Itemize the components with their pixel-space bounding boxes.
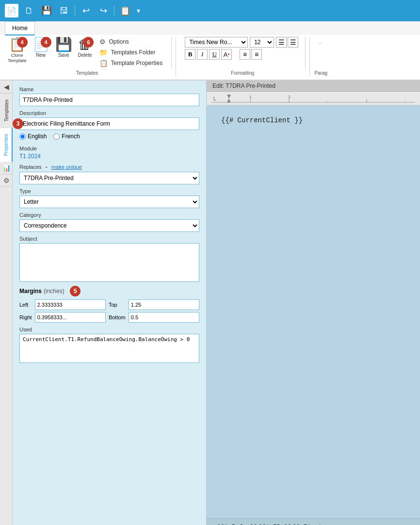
ribbon-divider-1 (176, 38, 176, 77)
clone-label: CloneTemplate (8, 52, 27, 64)
new-label: New (36, 52, 46, 58)
ribbon-tabs: Home (0, 21, 420, 35)
cloud-save-button[interactable]: 📋 (118, 4, 132, 17)
svg-text:1: 1 (249, 95, 252, 99)
save-alt-button[interactable]: 🖫 (57, 4, 71, 17)
new-badge: 4 (41, 37, 51, 48)
right-label: Right (19, 314, 32, 320)
french-radio[interactable] (53, 133, 60, 140)
font-name-select[interactable]: Times New Ro... (185, 37, 248, 48)
replaces-label: Replaces (19, 164, 42, 170)
sidebar-tab-templates[interactable]: Templates (0, 93, 13, 128)
font-color-button[interactable]: A ▾ (221, 49, 232, 60)
delete-label: Delete (78, 52, 92, 58)
ruler: L 1 2 (207, 92, 420, 105)
english-label: English (28, 133, 47, 140)
bullet-list-button[interactable]: ☰ (276, 37, 287, 48)
template-properties-menu-item[interactable]: 📋 Template Properties (97, 58, 164, 68)
svg-marker-2 (227, 95, 231, 98)
options-icon: ⚙ (99, 38, 106, 46)
editor-area: Edit: T7DRA Pre-Printed L 1 2 {{# Cur (207, 81, 420, 525)
underline-button[interactable]: U (209, 49, 220, 60)
titlebar-dropdown-arrow[interactable]: ▾ (137, 7, 140, 15)
subject-field-label: Subject (19, 236, 199, 242)
new-doc-button[interactable]: 🗋 (22, 4, 36, 17)
ribbon-group-paragraph: ... Parag (314, 37, 328, 68)
sidebar-icon-gear[interactable]: ⚙ (0, 174, 13, 187)
type-field-label: Type (19, 188, 199, 194)
save-button[interactable]: 💾 (40, 4, 53, 17)
ordered-list-button[interactable]: ☰ (288, 37, 298, 48)
editor-bottom: {​{# Info }}{​{# ID }}{​{ First Initial … (207, 518, 420, 525)
left-margin-input[interactable] (35, 299, 106, 310)
ribbon-divider-2 (309, 38, 310, 77)
margins-unit: (inches) (44, 288, 65, 295)
make-unique-link[interactable]: make unique (51, 164, 82, 170)
description-field-label: Description (19, 110, 199, 116)
titlebar: 📄 🗋 💾 🖫 ↩ ↪ 📋 ▾ (0, 0, 420, 21)
new-button[interactable]: 4 📄 New (30, 37, 52, 59)
format-row: B I U A ▾ ≡ ≡ (185, 49, 298, 60)
clone-template-button[interactable]: 4 📋 CloneTemplate (5, 37, 30, 65)
name-input[interactable] (19, 94, 199, 106)
module-link[interactable]: T1 2024 (19, 153, 199, 160)
replaces-select[interactable]: T7DRA Pre-Printed (19, 172, 199, 184)
formatting-group-label: Formatting (180, 70, 305, 76)
top-label: Top (109, 302, 126, 308)
bottom-margin-input[interactable] (129, 312, 199, 323)
right-margin-input[interactable] (35, 312, 106, 323)
bold-button[interactable]: B (185, 49, 195, 60)
delete-button[interactable]: 6 🗑 Delete (75, 37, 95, 59)
margins-grid: Left Top Right Bottom (19, 299, 199, 323)
category-field-label: Category (19, 212, 199, 218)
english-radio[interactable] (19, 133, 26, 140)
svg-marker-3 (227, 98, 231, 102)
save-icon: 💾 (55, 38, 72, 51)
language-row: English French (19, 133, 199, 140)
options-label: Options (109, 38, 129, 45)
badge-3: 3 (13, 118, 23, 129)
sidebar-collapse-button[interactable]: ◀ (0, 81, 13, 93)
options-menu-item[interactable]: ⚙ Options (97, 37, 164, 47)
app-icon: 📄 (5, 4, 18, 17)
main-layout: ◀ Templates Properties 📊 ⚙ Name Descript… (0, 81, 420, 525)
bottom-label: Bottom (109, 314, 126, 320)
badge-5: 5 (70, 286, 81, 296)
used-field-label: Used (19, 327, 199, 332)
templates-folder-icon: 📁 (99, 49, 108, 56)
font-size-select[interactable]: 12 (250, 37, 274, 48)
english-radio-label[interactable]: English (19, 133, 47, 140)
template-properties-icon: 📋 (99, 59, 108, 67)
align-right-button[interactable]: ≡ (251, 49, 262, 60)
category-select[interactable]: Correspondence (19, 219, 199, 232)
titlebar-sep1 (75, 6, 75, 16)
redo-button[interactable]: ↪ (97, 4, 110, 17)
subject-textarea[interactable] (19, 243, 199, 282)
paragraph-group-label: Parag (314, 70, 328, 76)
tab-home[interactable]: Home (5, 21, 35, 35)
used-textarea[interactable]: CurrentClient.T1.RefundBalanceOwing.Bala… (19, 334, 199, 363)
french-label: French (62, 133, 80, 140)
editor-body[interactable]: {{# CurrentClient }} (207, 105, 420, 518)
templates-folder-menu-item[interactable]: 📁 Templates Folder (97, 48, 164, 57)
svg-text:L: L (213, 96, 216, 101)
french-radio-label[interactable]: French (53, 133, 80, 140)
description-input[interactable] (19, 117, 199, 130)
left-label: Left (19, 302, 32, 308)
templates-group-label: Templates (3, 70, 171, 76)
save-ribbon-button[interactable]: 💾 Save (52, 37, 75, 59)
italic-button[interactable]: I (197, 49, 208, 60)
svg-text:2: 2 (288, 95, 291, 99)
margins-bold-label: Margins (19, 288, 42, 295)
align-left-button[interactable]: ≡ (240, 49, 250, 60)
sidebar-tab-properties[interactable]: Properties (0, 128, 13, 162)
sidebar-icon-chart[interactable]: 📊 (0, 162, 13, 174)
align-buttons: ≡ ≡ (240, 49, 262, 60)
undo-button[interactable]: ↩ (79, 4, 93, 17)
properties-panel: Name Description 3 English French Module… (13, 81, 207, 525)
ruler-svg: L 1 2 (211, 93, 415, 104)
editor-header: Edit: T7DRA Pre-Printed (207, 81, 420, 92)
top-margin-input[interactable] (129, 299, 199, 310)
margins-title: Margins(inches) 5 (19, 286, 199, 296)
type-select[interactable]: Letter (19, 196, 199, 208)
